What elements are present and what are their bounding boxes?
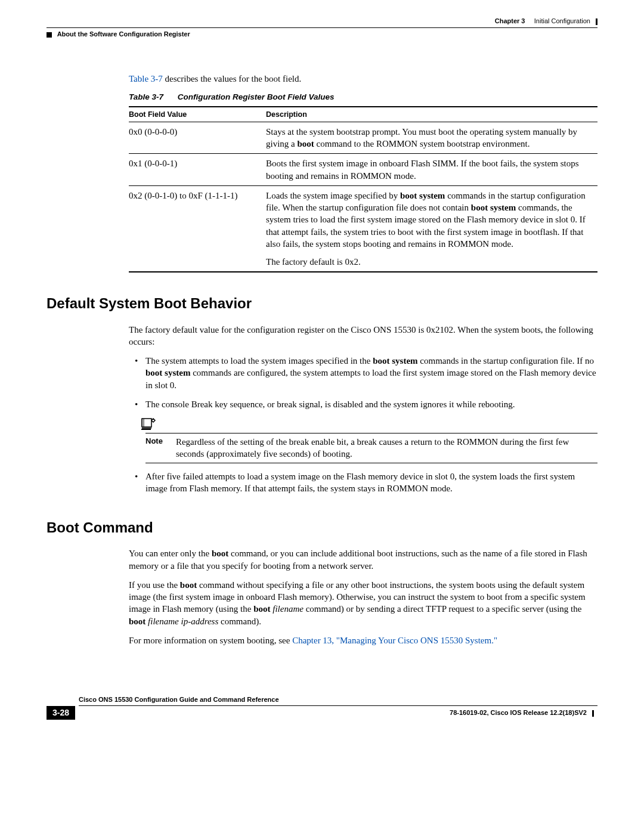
table-caption-label: Table 3-7 — [129, 92, 163, 101]
cell-description: Loads the system image specified by boot… — [266, 185, 597, 272]
header-square-icon — [47, 32, 52, 38]
note-text: Regardless of the setting of the break e… — [176, 436, 597, 460]
default-boot-intro: The factory default value for the config… — [129, 324, 597, 348]
pencil-icon — [140, 416, 157, 432]
table-row: 0x2 (0-0-1-0) to 0xF (1-1-1-1) Loads the… — [129, 185, 597, 272]
list-item: The console Break key sequence, or break… — [145, 398, 597, 463]
heading-boot-command: Boot Command — [47, 518, 597, 537]
cell-description: Boots the first system image in onboard … — [266, 154, 597, 186]
table-caption-title: Configuration Register Boot Field Values — [178, 92, 335, 101]
chapter-number: Chapter 3 — [495, 17, 525, 24]
footer-right: 78-16019-02, Cisco IOS Release 12.2(18)S… — [75, 708, 597, 717]
chapter-title: Initial Configuration — [534, 17, 590, 24]
chapter-ref-link[interactable]: Chapter 13, "Managing Your Cisco ONS 155… — [292, 636, 497, 645]
header-section: About the Software Configuration Registe… — [47, 27, 597, 38]
cell-value: 0x0 (0-0-0-0) — [129, 122, 266, 154]
header-chapter: Chapter 3 Initial Configuration — [47, 17, 597, 25]
table-ref-link[interactable]: Table 3-7 — [129, 74, 163, 83]
col-header-value: Boot Field Value — [129, 107, 266, 122]
cell-description: Stays at the system bootstrap prompt. Yo… — [266, 122, 597, 154]
default-boot-list: The system attempts to load the system i… — [129, 355, 597, 494]
list-item: The system attempts to load the system i… — [145, 355, 597, 391]
intro-paragraph: Table 3-7 describes the values for the b… — [129, 73, 597, 85]
footer-bar-icon — [592, 710, 594, 717]
table-row: 0x1 (0-0-0-1) Boots the first system ima… — [129, 154, 597, 186]
col-header-description: Description — [266, 107, 597, 122]
boot-command-p2: If you use the boot command without spec… — [129, 579, 597, 627]
page-footer: Cisco ONS 15530 Configuration Guide and … — [47, 695, 597, 719]
list-item: After five failed attempts to load a sys… — [145, 470, 597, 495]
page-number-badge: 3-28 — [47, 706, 75, 719]
table-header-row: Boot Field Value Description — [129, 107, 597, 122]
page-header: Chapter 3 Initial Configuration About th… — [47, 17, 597, 39]
note-block: Note Regardless of the setting of the br… — [145, 416, 597, 463]
table-row: 0x0 (0-0-0-0) Stays at the system bootst… — [129, 122, 597, 154]
table-caption: Table 3-7 Configuration Register Boot Fi… — [129, 92, 597, 103]
boot-field-table: Boot Field Value Description 0x0 (0-0-0-… — [129, 106, 597, 273]
cell-value: 0x2 (0-0-1-0) to 0xF (1-1-1-1) — [129, 185, 266, 272]
footer-doc-title: Cisco ONS 15530 Configuration Guide and … — [79, 695, 597, 706]
cell-value: 0x1 (0-0-0-1) — [129, 154, 266, 186]
note-label: Note — [145, 436, 163, 447]
section-title: About the Software Configuration Registe… — [57, 30, 190, 38]
header-bar-icon — [596, 18, 597, 25]
boot-command-p1: You can enter only the boot command, or … — [129, 547, 597, 572]
heading-default-boot: Default System Boot Behavior — [47, 294, 597, 312]
intro-text: describes the values for the boot field. — [163, 74, 301, 83]
boot-command-p3: For more information on system booting, … — [129, 634, 597, 646]
